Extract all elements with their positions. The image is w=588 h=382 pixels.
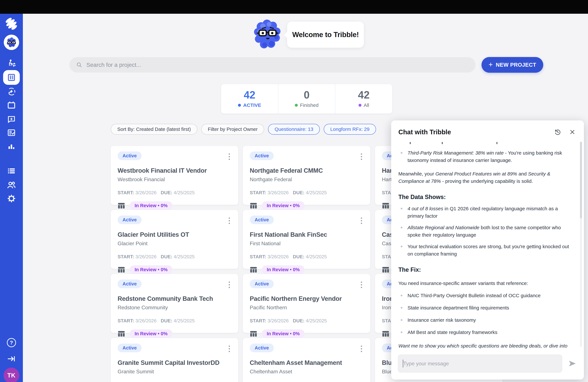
- calendar-icon[interactable]: [7, 101, 16, 110]
- project-dates: START: 3/26/2026DUE: 4/25/2025: [250, 318, 363, 323]
- questionnaire-chip[interactable]: Questionnaire: 13: [268, 124, 320, 135]
- chat-message-body: Third-Party Risk Management: 38% win rat…: [391, 140, 584, 350]
- status-badge: Active: [118, 344, 142, 352]
- project-title: First National Bank FinSec: [250, 231, 363, 238]
- table-icon: [382, 202, 389, 209]
- table-icon: [118, 330, 125, 337]
- chat-close-icon[interactable]: [568, 127, 577, 136]
- project-card[interactable]: Active Westbrook Financial IT Vendor Wes…: [111, 146, 238, 205]
- chat-history-icon[interactable]: [553, 127, 562, 137]
- project-stats: 42 ACTIVE 0 Finished 42 All: [221, 84, 392, 114]
- project-title: Granite Summit Capital InvestorDD: [118, 359, 231, 366]
- chat-footer: [391, 350, 584, 380]
- text-caret: [403, 360, 403, 367]
- help-icon[interactable]: ?: [7, 338, 16, 347]
- project-dates: START: 3/26/2026DUE: 4/25/2025: [118, 190, 231, 195]
- clipped-scroll-line: [407, 141, 574, 145]
- chat-header: Chat with Tribble: [391, 120, 584, 140]
- kebab-menu-icon[interactable]: [227, 151, 231, 162]
- chat-bullet-list-3: NAIC Third-Party Oversight Bulletin inst…: [398, 292, 574, 336]
- table-icon: [250, 266, 257, 273]
- project-dates: START: 3/26/2026DUE: 4/25/2025: [250, 254, 363, 259]
- project-card[interactable]: Active Granite Summit Capital InvestorDD…: [111, 338, 238, 382]
- chat-bullet: AM Best and state regulatory frameworks: [398, 329, 574, 336]
- progress-badge: In Review • 0%: [262, 265, 305, 274]
- project-title: Redstone Community Bank Tech: [118, 295, 231, 302]
- project-company: Cheltenham Asset: [250, 369, 363, 375]
- new-project-button[interactable]: + NEW PROJECT: [482, 57, 543, 73]
- stat-all[interactable]: 42 All: [335, 84, 392, 114]
- project-company: First National: [250, 240, 363, 247]
- assistant-avatar[interactable]: [4, 35, 19, 50]
- welcome-bubble: Welcome to Tribble!: [287, 21, 364, 48]
- sidebar-item-projects-active[interactable]: [3, 70, 20, 85]
- kebab-menu-icon[interactable]: [227, 344, 231, 354]
- review-checklist-icon[interactable]: [7, 128, 16, 137]
- chat-scrollbar-thumb[interactable]: [580, 142, 582, 218]
- chat-panel: Chat with Tribble Third-Party Risk Manag…: [391, 120, 584, 380]
- sort-by-chip[interactable]: Sort By: Created Date (latest first): [111, 124, 197, 135]
- status-badge: Active: [118, 151, 142, 160]
- table-icon: [250, 330, 257, 337]
- sidebar: ? TK: [0, 14, 23, 382]
- status-badge: Active: [250, 344, 274, 352]
- project-dates: START: 3/26/2026DUE: 4/25/2025: [118, 318, 231, 323]
- analytics-bar-chart-icon[interactable]: [7, 142, 16, 151]
- chat-bullet: 4 out of 8 losses in Q1 2026 cited regul…: [398, 205, 574, 220]
- chat-bullet: NAIC Third-Party Oversight Bulletin inst…: [398, 292, 574, 299]
- chat-sparkle-icon[interactable]: [7, 114, 16, 123]
- chat-message-input[interactable]: [403, 361, 557, 367]
- filter-bar: Sort By: Created Date (latest first) Fil…: [111, 124, 376, 135]
- search-icon: [76, 62, 83, 68]
- project-card[interactable]: Active Glacier Point Utilities OT Glacie…: [111, 210, 238, 269]
- kebab-menu-icon[interactable]: [359, 344, 363, 354]
- stat-finished[interactable]: 0 Finished: [278, 84, 335, 114]
- project-title: Westbrook Financial IT Vendor: [118, 167, 231, 174]
- agent-transfer-icon[interactable]: [7, 59, 16, 68]
- active-dot: [238, 104, 241, 107]
- project-company: Glacier Point: [118, 240, 231, 247]
- project-card[interactable]: Active Pacific Northern Energy Vendor Pa…: [243, 274, 370, 333]
- kebab-menu-icon[interactable]: [227, 215, 231, 226]
- project-title: Glacier Point Utilities OT: [118, 231, 231, 238]
- table-icon: [118, 266, 125, 273]
- progress-badge: In Review • 0%: [262, 329, 305, 338]
- project-company: Northgate Federal: [250, 176, 363, 183]
- project-company: Pacific Northern: [250, 305, 363, 311]
- chat-input-wrap[interactable]: [398, 354, 562, 373]
- tribble-logo-icon[interactable]: [4, 16, 19, 31]
- progress-badge: In Review • 0%: [130, 201, 172, 210]
- tribble-mascot: [253, 18, 282, 50]
- table-icon: [382, 330, 389, 337]
- project-card[interactable]: Active First National Bank FinSec First …: [243, 210, 370, 269]
- project-card[interactable]: Active Northgate Federal CMMC Northgate …: [243, 146, 370, 205]
- stat-active[interactable]: 42 ACTIVE: [221, 84, 278, 114]
- progress-badge: In Review • 0%: [130, 265, 172, 274]
- project-company: Westbrook Financial: [118, 176, 231, 183]
- table-icon: [118, 202, 125, 209]
- kebab-menu-icon[interactable]: [359, 151, 363, 162]
- status-badge: Active: [250, 215, 274, 224]
- longform-rfx-chip[interactable]: Longform RFx: 29: [324, 124, 376, 135]
- project-title: Cheltenham Asset Management: [250, 359, 363, 366]
- search-input[interactable]: [86, 62, 469, 68]
- user-avatar[interactable]: TK: [4, 368, 19, 382]
- sync-sparkle-icon[interactable]: [7, 87, 16, 96]
- avatar-initials: TK: [7, 372, 16, 379]
- send-icon[interactable]: [567, 358, 577, 369]
- project-card[interactable]: Active Redstone Community Bank Tech Reds…: [111, 274, 238, 333]
- kebab-menu-icon[interactable]: [227, 279, 231, 290]
- rows-list-icon[interactable]: [7, 166, 16, 175]
- chat-bullet-list-1: Third-Party Risk Management: 38% win rat…: [398, 149, 574, 164]
- project-search[interactable]: [69, 57, 475, 73]
- settings-gear-icon[interactable]: [7, 194, 16, 203]
- chat-bullet-list-2: 4 out of 8 losses in Q1 2026 cited regul…: [398, 205, 574, 257]
- kebab-menu-icon[interactable]: [359, 215, 363, 226]
- project-card[interactable]: Active Cheltenham Asset Management Chelt…: [243, 338, 370, 382]
- kebab-menu-icon[interactable]: [359, 279, 363, 290]
- logout-icon[interactable]: [7, 354, 16, 363]
- people-icon[interactable]: [7, 180, 16, 190]
- top-bar: [0, 0, 588, 14]
- filter-owner-chip[interactable]: Filter by Project Owner: [201, 124, 264, 135]
- chat-bullet: Insurance carrier risk taxonomy: [398, 316, 574, 324]
